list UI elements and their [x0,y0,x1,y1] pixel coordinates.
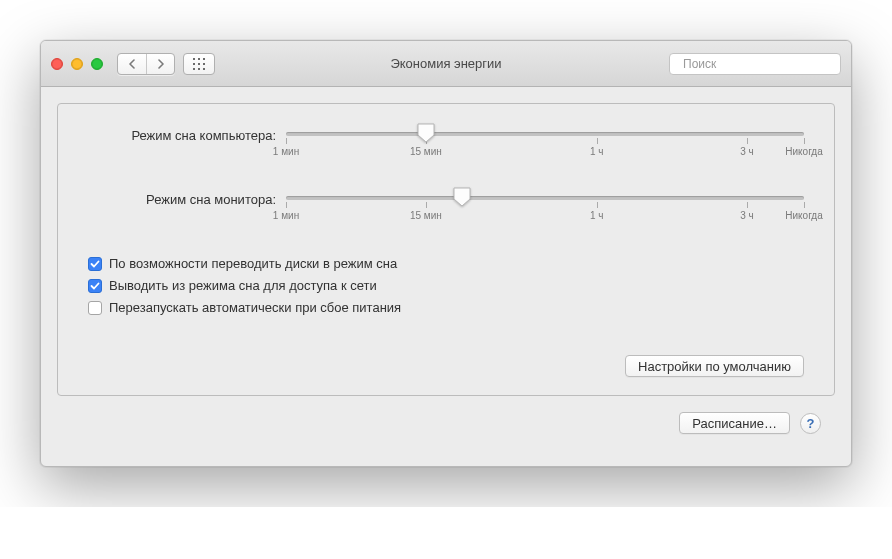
display-sleep-row: Режим сна монитора: 1 мин 15 [88,192,804,226]
restore-defaults-button[interactable]: Настройки по умолчанию [625,355,804,377]
svg-rect-4 [198,63,200,65]
auto-restart-row: Перезапускать автоматически при сбое пит… [88,300,804,315]
nav-back-forward [117,53,175,75]
show-all-button[interactable] [183,53,215,75]
minimize-window-button[interactable] [71,58,83,70]
svg-rect-2 [203,58,205,60]
disk-sleep-row: По возможности переводить диски в режим … [88,256,804,271]
display-sleep-label: Режим сна монитора: [88,192,286,207]
svg-rect-7 [198,68,200,70]
zoom-window-button[interactable] [91,58,103,70]
svg-rect-5 [203,63,205,65]
slider-track [286,132,804,136]
slider-track [286,196,804,200]
auto-restart-label: Перезапускать автоматически при сбое пит… [109,300,401,315]
svg-rect-0 [193,58,195,60]
search-input[interactable] [681,56,835,72]
grid-icon [193,58,205,70]
svg-rect-1 [198,58,200,60]
display-sleep-slider[interactable]: 1 мин 15 мин 1 ч 3 ч Никогда [286,192,804,226]
svg-rect-6 [193,68,195,70]
chevron-left-icon [128,59,136,69]
prefs-window: Экономия энергии Режим сна компьютера: [40,40,852,467]
content: Режим сна компьютера: 1 мин [41,87,851,466]
tick-labels: 1 мин 15 мин 1 ч 3 ч Никогда [286,146,804,162]
computer-sleep-row: Режим сна компьютера: 1 мин [88,128,804,162]
back-button[interactable] [118,54,146,74]
wake-network-row: Выводить из режима сна для доступа к сет… [88,278,804,293]
check-icon [90,281,100,291]
svg-rect-8 [203,68,205,70]
computer-sleep-slider[interactable]: 1 мин 15 мин 1 ч 3 ч Никогда [286,128,804,162]
schedule-button[interactable]: Расписание… [679,412,790,434]
svg-rect-3 [193,63,195,65]
check-icon [90,259,100,269]
disk-sleep-label: По возможности переводить диски в режим … [109,256,397,271]
disk-sleep-checkbox[interactable] [88,257,102,271]
help-button[interactable]: ? [800,413,821,434]
chevron-right-icon [157,59,165,69]
slider-thumb[interactable] [453,187,471,207]
window-controls [51,58,103,70]
wake-network-label: Выводить из режима сна для доступа к сет… [109,278,377,293]
search-field[interactable] [669,53,841,75]
close-window-button[interactable] [51,58,63,70]
computer-sleep-label: Режим сна компьютера: [88,128,286,143]
footer: Расписание… ? [57,412,835,450]
options-group: По возможности переводить диски в режим … [88,256,804,315]
defaults-row: Настройки по умолчанию [88,355,804,377]
forward-button[interactable] [146,54,174,74]
energy-panel: Режим сна компьютера: 1 мин [57,103,835,396]
toolbar: Экономия энергии [41,41,851,87]
wake-network-checkbox[interactable] [88,279,102,293]
auto-restart-checkbox[interactable] [88,301,102,315]
slider-thumb[interactable] [417,123,435,143]
tick-labels: 1 мин 15 мин 1 ч 3 ч Никогда [286,210,804,226]
